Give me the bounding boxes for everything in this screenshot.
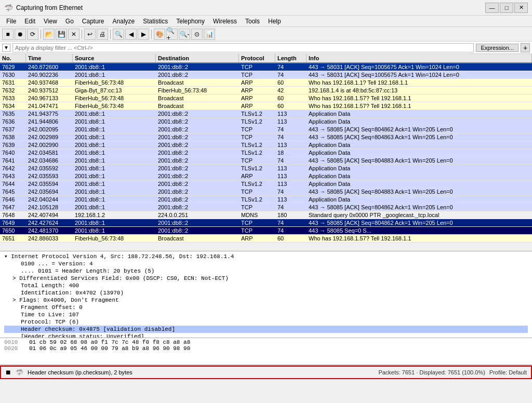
packet-row[interactable]: 7642242.0355922001:db8::12001:db8::2TLSv… <box>0 165 532 172</box>
detail-line[interactable]: Time to Live: 107 <box>4 311 528 318</box>
close-button[interactable]: ✕ <box>514 3 528 13</box>
window-title: Capturing from Ethernet <box>16 4 485 11</box>
app-icon: 🦈 <box>4 4 13 12</box>
packet-row[interactable]: 7630240.9022362001:db8::12001:db8::2TCP7… <box>0 71 532 79</box>
packet-row[interactable]: 7638242.0029892001:db8::12001:db8::2TCP7… <box>0 133 532 141</box>
menu-item-wireless[interactable]: Wireless <box>209 17 241 26</box>
window-controls: — □ ✕ <box>485 3 528 13</box>
detail-title: ▾ Internet Protocol Version 4, Src: 188.… <box>4 252 528 260</box>
menu-item-capture[interactable]: Capture <box>78 17 109 26</box>
packet-row[interactable]: 7629240.8726002001:db8::12001:db8::2TCP7… <box>0 63 532 71</box>
zoom-in-button[interactable]: 🔍+ <box>166 29 178 40</box>
menu-item-statistics[interactable]: Statistics <box>139 17 172 26</box>
packet-row[interactable]: 7647242.1051282001:db8::12001:db8::2TCP7… <box>0 204 532 211</box>
detail-line[interactable]: [Header checksum status: Unverified] <box>4 333 528 338</box>
open-button[interactable]: 📂 <box>43 29 55 40</box>
print-button[interactable]: 🖨 <box>97 29 108 40</box>
colorize-button[interactable]: 🎨 <box>154 29 165 40</box>
menu-item-file[interactable]: File <box>2 17 20 26</box>
profile-label: Profile: Default <box>489 369 527 375</box>
minimize-button[interactable]: — <box>485 3 499 13</box>
titlebar: 🦈 Capturing from Ethernet — □ ✕ <box>0 0 532 16</box>
status-shark-icon[interactable]: 🦈 <box>16 369 23 376</box>
zoom-out-button[interactable]: 🔍- <box>179 29 190 40</box>
packet-row[interactable]: 7632240.937512Giga-Byt_87:cc:13FiberHub_… <box>0 87 532 95</box>
packet-row[interactable]: 7633240.967133FiberHub_56:73:48Broadcast… <box>0 95 532 102</box>
menu-item-analyze[interactable]: Analyze <box>109 17 139 26</box>
packet-row[interactable]: 7634241.047471FiberHub_56:73:48Broadcast… <box>0 102 532 110</box>
go-forward-button[interactable]: ▶ <box>138 29 149 40</box>
detail-line[interactable]: > Differentiated Services Field: 0x00 (D… <box>4 275 528 282</box>
restart-button[interactable]: ⟳ <box>27 29 38 40</box>
menu-item-view[interactable]: View <box>39 17 61 26</box>
detail-line[interactable]: 0100 ... = Version: 4 <box>4 260 528 267</box>
menu-item-go[interactable]: Go <box>61 17 78 26</box>
packet-row[interactable]: 7636241.9448062001:db8::12001:db8::2TLSv… <box>0 118 532 126</box>
reset-zoom-button[interactable]: ⊙ <box>191 29 203 40</box>
add-filter-button[interactable]: + <box>521 43 530 52</box>
status-text: Header checksum (ip.checksum), 2 bytes <box>28 369 374 375</box>
stop-capture-button[interactable]: ■ <box>2 29 14 40</box>
menu-item-edit[interactable]: Edit <box>20 17 39 26</box>
detail-line[interactable]: Header checksum: 0x4875 [validation disa… <box>4 326 528 333</box>
io-graph-button[interactable]: 📊 <box>204 29 215 40</box>
detail-line[interactable]: Protocol: TCP (6) <box>4 318 528 326</box>
filter-indicator: ▼ <box>2 44 10 52</box>
hex-panel: 001001 cb 59 02 68 08 a0 f1 7c 7c 48 f0 … <box>0 338 532 365</box>
packet-row[interactable]: 7646242.0402442001:db8::12001:db8::2TLSv… <box>0 196 532 204</box>
packet-row[interactable]: 7650242.4813702001:db8::12001:db8::2TCP7… <box>0 227 532 235</box>
packet-row[interactable]: 7651242.886033FiberHub_56:73:48Broadcast… <box>0 235 532 243</box>
packet-row[interactable]: 7648242.407494192.168.1.2224.0.0.251MDNS… <box>0 211 532 219</box>
toolbar: ■ ⏺ ⟳ 📂 💾 ✕ ↩ 🖨 🔍 ◀ ▶ 🎨 🔍+ 🔍- ⊙ 📊 <box>0 27 532 42</box>
detail-line[interactable]: Total Length: 400 <box>4 282 528 289</box>
filterbar: ▼ Expression... + <box>0 42 532 54</box>
packets-count: Packets: 7651 · Displayed: 7651 (100.0%) <box>378 369 485 375</box>
detail-line[interactable]: Identification: 0x4702 (13970) <box>4 289 528 297</box>
detail-line[interactable]: Fragment Offset: 0 <box>4 304 528 311</box>
packet-row[interactable]: 7644242.0355942001:db8::12001:db8::2TLSv… <box>0 180 532 188</box>
packet-row[interactable]: 7643242.0355932001:db8::12001:db8::2ARP1… <box>0 172 532 180</box>
close-file-button[interactable]: ✕ <box>68 29 79 40</box>
packet-row[interactable]: 7641242.0346862001:db8::12001:db8::2TCP7… <box>0 157 532 165</box>
packet-row[interactable]: 7635241.9437752001:db8::12001:db8::2TLSv… <box>0 110 532 118</box>
packet-detail: ▾ Internet Protocol Version 4, Src: 188.… <box>0 251 532 338</box>
expression-button[interactable]: Expression... <box>476 44 518 52</box>
toolbar-separator-1 <box>41 30 41 39</box>
packet-row[interactable]: 7631240.937468FiberHub_56:73:48Broadcast… <box>0 79 532 87</box>
detail-line[interactable]: > Flags: 0x4000, Don't Fragment <box>4 297 528 304</box>
maximize-button[interactable]: □ <box>500 3 513 13</box>
toolbar-separator-4 <box>151 30 152 39</box>
status-stop-icon[interactable]: ⏹ <box>5 369 11 376</box>
packet-row[interactable]: 7645242.0356942001:db8::12001:db8::2TCP7… <box>0 188 532 196</box>
start-capture-button[interactable]: ⏺ <box>15 29 26 40</box>
menubar: FileEditViewGoCaptureAnalyzeStatisticsTe… <box>0 16 532 27</box>
save-button[interactable]: 💾 <box>56 29 67 40</box>
detail-area: ▾ Internet Protocol Version 4, Src: 188.… <box>0 251 532 366</box>
hex-line: 002001 06 0c a9 05 46 00 00 79 a8 b9 a8 … <box>4 345 528 352</box>
find-button[interactable]: 🔍 <box>113 29 124 40</box>
menu-item-tools[interactable]: Tools <box>241 17 264 26</box>
packet-row[interactable]: 7649242.4276242001:db8::12001:db8::2TCP7… <box>0 219 532 227</box>
packet-row[interactable]: 7637242.0020952001:db8::12001:db8::2TCP7… <box>0 126 532 133</box>
go-back-button[interactable]: ◀ <box>125 29 137 40</box>
hex-line: 001001 cb 59 02 68 08 a0 f1 7c 7c 48 f0 … <box>4 339 528 345</box>
packet-list[interactable]: No.TimeSourceDestinationProtocolLengthIn… <box>0 54 532 251</box>
packet-row[interactable]: 7640242.0345812001:db8::12001:db8::2TLSv… <box>0 149 532 157</box>
packet-row[interactable]: 7639242.0029902001:db8::12001:db8::2TLSv… <box>0 141 532 149</box>
menu-item-telephony[interactable]: Telephony <box>172 17 209 26</box>
packet-list-header: No.TimeSourceDestinationProtocolLengthIn… <box>0 54 532 63</box>
menu-item-help[interactable]: Help <box>264 17 285 26</box>
statusbar: ⏹ 🦈 Header checksum (ip.checksum), 2 byt… <box>0 366 532 379</box>
toolbar-separator-2 <box>82 30 82 39</box>
reload-button[interactable]: ↩ <box>84 29 96 40</box>
detail-line[interactable]: .... 0101 = Header Length: 20 bytes (5) <box>4 267 528 275</box>
filter-input[interactable] <box>12 43 474 52</box>
toolbar-separator-3 <box>110 30 111 39</box>
